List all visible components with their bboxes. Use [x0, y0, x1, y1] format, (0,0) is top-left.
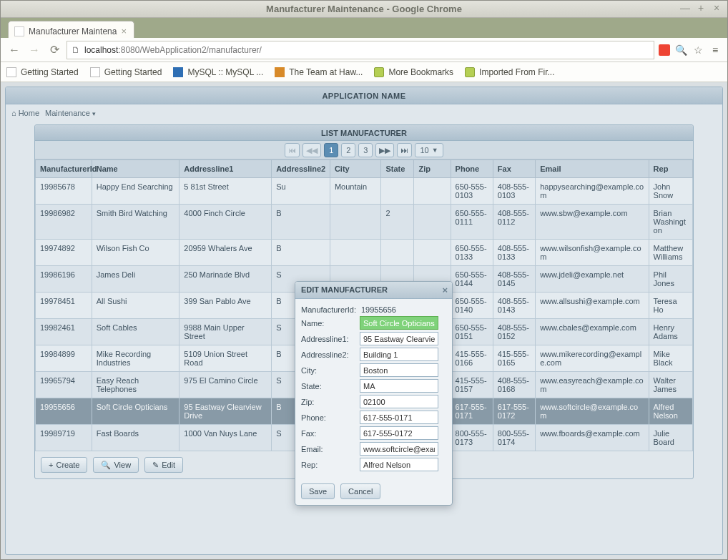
table-cell: Soft Circle Opticians — [92, 398, 179, 425]
table-cell — [330, 205, 381, 240]
window-minimize-icon[interactable]: — — [679, 3, 692, 14]
table-cell — [414, 178, 451, 205]
table-cell: 415-555-0165 — [493, 345, 535, 372]
table-cell: 408-555-0152 — [493, 319, 535, 345]
bookmark-item[interactable]: Getting Started — [90, 67, 162, 77]
table-cell: Su — [272, 178, 330, 205]
column-header[interactable]: Rep — [649, 160, 692, 178]
column-header[interactable]: Addressline2 — [272, 160, 330, 178]
save-button[interactable]: Save — [301, 483, 335, 499]
rep-input[interactable] — [360, 458, 438, 471]
zip-input[interactable] — [360, 395, 438, 408]
mysql-icon — [173, 67, 183, 77]
fax-input[interactable] — [360, 426, 438, 440]
edit-manufacturer-dialog: EDIT MANUFACTURER × ManufacturerId:19955… — [295, 281, 453, 506]
breadcrumb-home[interactable]: Home — [11, 109, 39, 117]
field-label: Rep: — [301, 461, 360, 469]
table-cell: happysearching@example.com — [536, 178, 649, 205]
bookmark-item[interactable]: More Bookmarks — [374, 67, 453, 77]
table-row[interactable]: 19986982Smith Bird Watching4000 Finch Ci… — [36, 205, 693, 240]
table-cell: 20959 Whalers Ave — [179, 240, 272, 266]
table-row[interactable]: 19985678Happy End Searching5 81st Street… — [36, 178, 693, 205]
name-input[interactable] — [360, 316, 438, 330]
page-next-button[interactable]: ▶▶ — [375, 143, 394, 157]
view-button[interactable]: 🔍View — [93, 457, 139, 473]
page-number-button[interactable]: 2 — [341, 143, 355, 157]
bookmark-item[interactable]: The Team at Haw... — [275, 67, 363, 77]
browser-toolbar: ← → ⟳ 🗋 localhost:8080/WebApplication2/m… — [1, 38, 727, 62]
column-header[interactable]: Name — [92, 160, 179, 178]
table-cell: 408-555-0133 — [493, 240, 535, 266]
field-label: Fax: — [301, 429, 360, 438]
page-icon — [6, 67, 16, 77]
table-cell: 19986982 — [36, 205, 92, 240]
column-header[interactable]: City — [330, 160, 381, 178]
page-size-select[interactable]: 10▼ — [415, 143, 443, 157]
dialog-title[interactable]: EDIT MANUFACTURER × — [295, 282, 452, 299]
bookmark-item[interactable]: MySQL :: MySQL ... — [173, 67, 263, 77]
page-number-button[interactable]: 1 — [324, 143, 338, 157]
table-cell: Brian Washington — [649, 205, 692, 240]
table-cell: Matthew Williams — [649, 240, 692, 266]
page-last-button[interactable]: ⏭ — [397, 143, 412, 157]
table-row[interactable]: 19974892Wilson Fish Co20959 Whalers AveB… — [36, 240, 693, 266]
table-cell: All Sushi — [92, 293, 179, 319]
extension-icon[interactable] — [659, 44, 670, 56]
field-label: Zip: — [301, 398, 360, 406]
column-header[interactable]: Addressline1 — [179, 160, 272, 178]
back-button[interactable]: ← — [6, 42, 22, 58]
table-cell: 650-555-0140 — [451, 293, 493, 319]
table-cell — [381, 178, 414, 205]
column-header[interactable]: Fax — [493, 160, 535, 178]
page-number-button[interactable]: 3 — [358, 143, 373, 157]
email-input[interactable] — [360, 442, 438, 456]
forward-button[interactable]: → — [26, 42, 42, 58]
table-cell: 415-555-0166 — [451, 345, 493, 372]
create-button[interactable]: +Create — [41, 457, 87, 473]
table-cell: 650-555-0111 — [451, 205, 493, 240]
table-cell: 800-555-0173 — [451, 425, 493, 451]
star-icon[interactable]: ☆ — [692, 44, 704, 57]
menu-icon[interactable]: ≡ — [709, 44, 722, 57]
zoom-icon[interactable]: 🔍 — [674, 44, 687, 57]
page-first-button[interactable]: ⏮ — [285, 143, 300, 157]
reload-button[interactable]: ⟳ — [46, 42, 62, 58]
table-cell: 650-555-0144 — [451, 266, 493, 293]
bookmark-item[interactable]: Getting Started — [6, 67, 79, 77]
table-cell: John Snow — [649, 178, 692, 205]
addressline1-input[interactable] — [360, 332, 438, 345]
column-header[interactable]: Phone — [451, 160, 493, 178]
column-header[interactable]: ManufacturerId — [36, 160, 92, 178]
table-cell: 19965794 — [36, 372, 92, 398]
window-title: Manufacturer Maintenance - Google Chrome — [266, 4, 462, 14]
column-header[interactable]: Email — [536, 160, 649, 178]
phone-input[interactable] — [360, 411, 438, 424]
column-header[interactable]: Zip — [414, 160, 451, 178]
window-close-icon[interactable]: × — [710, 3, 723, 14]
state-input[interactable] — [360, 379, 438, 393]
url-bar[interactable]: 🗋 localhost:8080/WebApplication2/manufac… — [67, 41, 654, 59]
window-maximize-icon[interactable]: + — [694, 3, 707, 14]
tab-close-icon[interactable]: × — [121, 26, 127, 36]
dialog-close-icon[interactable]: × — [442, 285, 448, 295]
field-label: Addressline2: — [301, 350, 360, 359]
table-cell: 408-555-0168 — [493, 372, 535, 398]
breadcrumb-maintenance[interactable]: Maintenance — [45, 109, 96, 117]
edit-button[interactable]: ✎Edit — [144, 457, 183, 473]
plus-icon: + — [49, 461, 53, 469]
table-cell: www.fboards@example.com — [536, 425, 649, 451]
column-header[interactable]: State — [381, 160, 414, 178]
table-cell: www.mikerecording@example.com — [536, 345, 649, 372]
page-prev-button[interactable]: ◀◀ — [302, 143, 321, 157]
table-cell: 19955656 — [36, 398, 92, 425]
addressline2-input[interactable] — [360, 348, 438, 361]
city-input[interactable] — [360, 363, 438, 377]
cancel-button[interactable]: Cancel — [340, 483, 380, 499]
breadcrumb: Home Maintenance — [6, 104, 722, 122]
browser-tab[interactable]: Manufacturer Maintena × — [8, 21, 134, 38]
table-cell: 19978451 — [36, 293, 92, 319]
folder-icon — [374, 67, 384, 77]
table-cell: Mountain — [330, 178, 381, 205]
bookmark-item[interactable]: Imported From Fir... — [465, 67, 554, 77]
table-cell: 650-555-0151 — [451, 319, 493, 345]
